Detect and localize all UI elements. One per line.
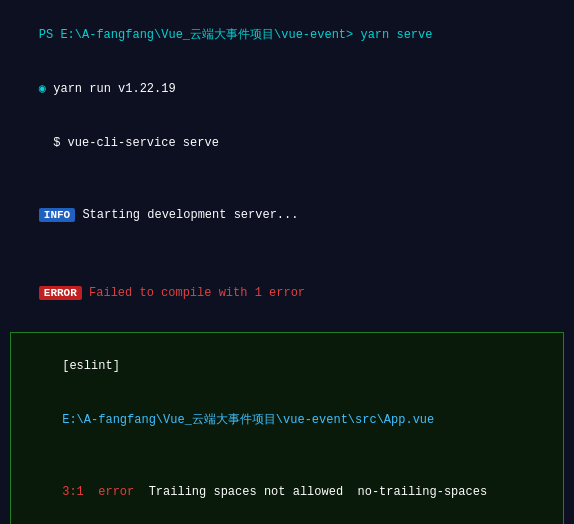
spacer3 bbox=[19, 519, 555, 524]
info-msg: Starting development server... bbox=[75, 208, 298, 222]
file1-err-msg: Trailing spaces not allowed no-trailing-… bbox=[149, 485, 487, 499]
cli-service-line: $ vue-cli-service serve bbox=[10, 116, 564, 170]
yarn-run-text: yarn run v1.22.19 bbox=[53, 82, 175, 96]
eslint-header: [eslint] bbox=[62, 359, 120, 373]
eslint-header-line: [eslint] bbox=[19, 339, 555, 393]
eslint-box: [eslint] E:\A-fangfang\Vue_云端大事件项目\vue-e… bbox=[10, 332, 564, 524]
file1-err1-line: 3:1 error Trailing spaces not allowed no… bbox=[19, 447, 555, 519]
file1-err-label: error bbox=[98, 485, 148, 499]
error-msg: Failed to compile with 1 error bbox=[82, 286, 305, 300]
error-badge: ERROR bbox=[39, 286, 82, 300]
info-line: INFO Starting development server... bbox=[10, 170, 564, 242]
file1-text: E:\A-fangfang\Vue_云端大事件项目\vue-event\src\… bbox=[62, 413, 434, 427]
info-badge: INFO bbox=[39, 208, 75, 222]
cli-service-text: $ vue-cli-service serve bbox=[39, 136, 219, 150]
terminal: PS E:\A-fangfang\Vue_云端大事件项目\vue-event> … bbox=[0, 0, 574, 524]
yarn-dot: ◉ bbox=[39, 82, 53, 96]
spacer2 bbox=[10, 320, 564, 326]
file1-err-num: 3:1 bbox=[62, 485, 98, 499]
file1-line: E:\A-fangfang\Vue_云端大事件项目\vue-event\src\… bbox=[19, 393, 555, 447]
error-line: ERROR Failed to compile with 1 error bbox=[10, 248, 564, 320]
yarn-run-line: ◉ yarn run v1.22.19 bbox=[10, 62, 564, 116]
prompt-text: PS E:\A-fangfang\Vue_云端大事件项目\vue-event> … bbox=[39, 28, 433, 42]
prompt-line: PS E:\A-fangfang\Vue_云端大事件项目\vue-event> … bbox=[10, 8, 564, 62]
